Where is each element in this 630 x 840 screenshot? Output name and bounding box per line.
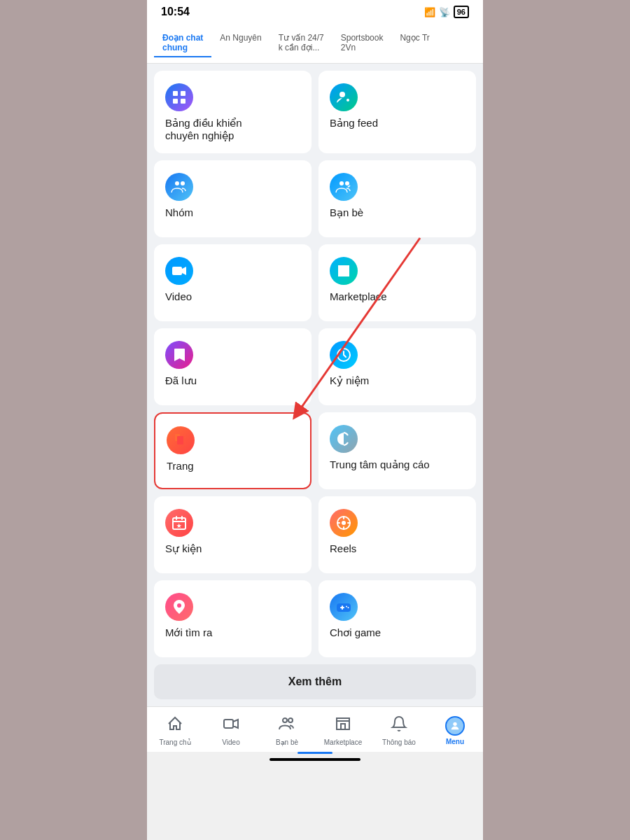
feed-label: Bảng feed bbox=[330, 117, 465, 130]
chat-tab-an[interactable]: An Nguyên bbox=[211, 29, 270, 57]
menu-item-pages[interactable]: Trang bbox=[154, 412, 312, 489]
svg-rect-12 bbox=[342, 271, 346, 276]
home-nav-label: Trang chủ bbox=[159, 738, 190, 746]
nav-notifications[interactable]: Thông báo bbox=[371, 713, 427, 749]
menu-grid: Bảng điều khiểnchuyên nghiệp Bảng feed bbox=[154, 71, 476, 657]
memory-icon bbox=[330, 341, 358, 369]
home-indicator bbox=[270, 758, 360, 761]
chat-tab-sports[interactable]: Sportsbook2Vn bbox=[332, 29, 392, 57]
menu-item-saved[interactable]: Đã lưu bbox=[154, 328, 312, 405]
svg-point-22 bbox=[346, 606, 347, 608]
svg-point-9 bbox=[340, 181, 344, 186]
menu-item-friends[interactable]: Bạn bè bbox=[318, 160, 476, 237]
video-nav-label: Video bbox=[222, 738, 239, 746]
games-icon bbox=[330, 593, 358, 621]
svg-point-19 bbox=[342, 521, 346, 525]
svg-point-28 bbox=[453, 722, 456, 726]
status-icons: 📶 📡 96 bbox=[424, 6, 469, 18]
nav-menu[interactable]: Menu bbox=[427, 713, 483, 748]
nav-friends[interactable]: Bạn bè bbox=[259, 713, 315, 749]
chat-tab-tuvan[interactable]: Tư vấn 24/7k cần đợi... bbox=[270, 29, 332, 57]
svg-rect-1 bbox=[173, 91, 178, 96]
video-icon bbox=[165, 257, 193, 285]
menu-item-group[interactable]: Nhóm bbox=[154, 160, 312, 237]
saved-icon bbox=[165, 341, 193, 369]
home-nav-icon bbox=[167, 715, 183, 736]
friends-icon bbox=[330, 173, 358, 201]
menu-item-dashboard[interactable]: Bảng điều khiểnchuyên nghiệp bbox=[154, 71, 312, 153]
events-icon: ★ bbox=[165, 509, 193, 537]
dashboard-label: Bảng điều khiểnchuyên nghiệp bbox=[165, 117, 300, 142]
notifications-nav-label: Thông báo bbox=[382, 738, 416, 746]
status-bar: 10:54 📶 📡 96 bbox=[147, 0, 483, 24]
pages-label: Trang bbox=[167, 460, 299, 472]
svg-rect-4 bbox=[181, 99, 186, 104]
svg-point-5 bbox=[340, 92, 345, 97]
menu-item-memory[interactable]: Kỷ niệm bbox=[318, 328, 476, 405]
nav-marketplace[interactable]: Marketplace bbox=[315, 713, 371, 749]
pages-icon bbox=[167, 426, 195, 454]
svg-point-26 bbox=[288, 718, 293, 722]
nav-home[interactable]: Trang chủ bbox=[147, 713, 203, 749]
svg-rect-2 bbox=[181, 91, 186, 96]
wifi-icon: 📡 bbox=[439, 7, 450, 18]
svg-point-7 bbox=[175, 181, 179, 186]
battery-icon: 96 bbox=[454, 6, 469, 18]
menu-item-discover[interactable]: Mới tìm ra bbox=[154, 580, 312, 657]
svg-point-6 bbox=[346, 99, 349, 102]
games-label: Chơi game bbox=[330, 626, 465, 639]
chat-tabs: Đoạn chatchung An Nguyên Tư vấn 24/7k cầ… bbox=[147, 24, 483, 64]
svg-rect-15 bbox=[177, 436, 183, 444]
menu-nav-label: Menu bbox=[446, 738, 464, 746]
svg-rect-3 bbox=[173, 99, 178, 104]
chat-tab-general[interactable]: Đoạn chatchung bbox=[154, 29, 211, 57]
reels-icon bbox=[330, 509, 358, 537]
marketplace-label: Marketplace bbox=[330, 290, 465, 302]
group-icon bbox=[165, 173, 193, 201]
marketplace-nav-icon bbox=[335, 715, 351, 736]
ads-icon bbox=[330, 425, 358, 453]
menu-item-marketplace[interactable]: Marketplace bbox=[318, 244, 476, 321]
memory-label: Kỷ niệm bbox=[330, 374, 465, 387]
svg-rect-27 bbox=[341, 724, 345, 729]
menu-item-games[interactable]: Chơi game bbox=[318, 580, 476, 657]
feed-icon bbox=[330, 83, 358, 111]
friends-nav-icon bbox=[279, 715, 295, 736]
menu-item-reels[interactable]: Reels bbox=[318, 496, 476, 573]
menu-avatar bbox=[445, 716, 465, 736]
main-content: Bảng điều khiểnchuyên nghiệp Bảng feed bbox=[147, 64, 483, 706]
friends-label: Bạn bè bbox=[330, 206, 465, 219]
status-time: 10:54 bbox=[161, 6, 190, 18]
events-label: Sự kiện bbox=[165, 542, 300, 555]
nav-video[interactable]: Video bbox=[203, 713, 259, 749]
phone-frame: 10:54 📶 📡 96 Đoạn chatchung An Nguyên Tư… bbox=[147, 0, 483, 840]
reels-label: Reels bbox=[330, 542, 465, 554]
ads-label: Trung tâm quảng cáo bbox=[330, 458, 465, 471]
menu-item-events[interactable]: ★ Sự kiện bbox=[154, 496, 312, 573]
discover-label: Mới tìm ra bbox=[165, 626, 300, 639]
saved-label: Đã lưu bbox=[165, 374, 300, 387]
menu-item-ads[interactable]: Trung tâm quảng cáo bbox=[318, 412, 476, 489]
svg-rect-24 bbox=[224, 720, 233, 728]
video-nav-icon bbox=[223, 715, 239, 736]
svg-point-10 bbox=[345, 181, 349, 186]
svg-point-20 bbox=[177, 603, 181, 608]
bottom-nav: Trang chủ Video Bạn bè bbox=[147, 706, 483, 752]
see-more-button[interactable]: Xem thêm bbox=[154, 664, 476, 699]
svg-point-25 bbox=[283, 718, 287, 722]
menu-item-video[interactable]: Video bbox=[154, 244, 312, 321]
discover-icon bbox=[165, 593, 193, 621]
dashboard-icon bbox=[165, 83, 193, 111]
marketplace-nav-label: Marketplace bbox=[324, 738, 362, 746]
svg-point-8 bbox=[181, 181, 185, 186]
chat-tab-ngoc[interactable]: Ngọc Tr bbox=[391, 29, 438, 57]
notifications-nav-icon bbox=[391, 715, 407, 736]
signal-icon: 📶 bbox=[424, 7, 435, 18]
svg-text:★: ★ bbox=[176, 523, 182, 529]
active-indicator bbox=[298, 752, 332, 754]
friends-nav-label: Bạn bè bbox=[276, 738, 298, 746]
video-label: Video bbox=[165, 290, 300, 302]
marketplace-icon bbox=[330, 257, 358, 285]
group-label: Nhóm bbox=[165, 206, 300, 218]
menu-item-feed[interactable]: Bảng feed bbox=[318, 71, 476, 153]
